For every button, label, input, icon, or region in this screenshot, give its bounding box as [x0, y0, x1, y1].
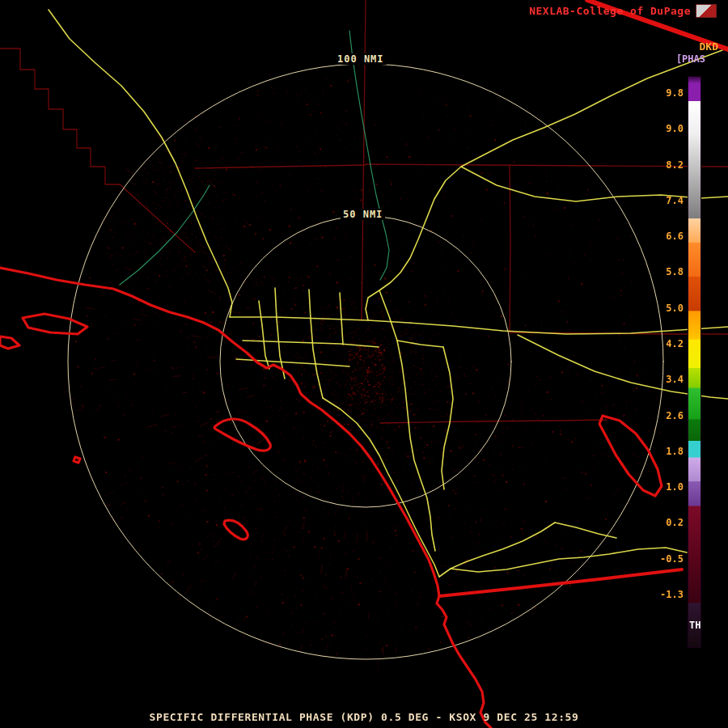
colorbar-tick: -0.5	[660, 553, 684, 565]
island-san-clemente	[224, 520, 248, 540]
river-lines	[120, 31, 389, 285]
islands-west	[23, 314, 87, 334]
colorbar-tick: 9.0	[666, 123, 684, 134]
product-code-label: DKD	[700, 40, 718, 53]
colorbar-tick: 2.6	[666, 410, 684, 421]
colorbar-units-label: [PHAS	[676, 53, 705, 65]
product-status-text: SPECIFIC DIFFERENTIAL PHASE (KDP) 0.5 DE…	[0, 711, 728, 723]
road-lines	[49, 10, 728, 577]
colorbar-tick: 6.6	[666, 231, 684, 242]
coastline	[0, 268, 662, 728]
colorbar-tick: -1.3	[660, 589, 684, 600]
colorbar-tick: 3.4	[666, 374, 684, 385]
mexico-border-line	[439, 569, 682, 596]
range-ring-label-50nmi: 50 NMI	[341, 209, 385, 220]
colorbar-tick: 8.2	[666, 159, 684, 171]
range-ring-label-100nmi: 100 NMI	[335, 53, 387, 65]
threshold-label: TH	[689, 620, 700, 631]
colorbar-tick: 7.4	[666, 195, 684, 206]
colorbar-tick: 9.8	[666, 87, 684, 99]
colorbar-tick: 5.0	[666, 303, 684, 314]
colorbar-tick: 0.2	[666, 517, 684, 528]
colorbar-tick: 5.8	[666, 266, 684, 277]
colorbar-tick: 1.8	[666, 446, 684, 457]
red-overlay-lines	[439, 0, 728, 596]
base-map	[0, 0, 728, 728]
island-catalina	[214, 419, 270, 451]
radar-display: 100 NMI 50 NMI NEXLAB-College of DuPage …	[0, 0, 728, 728]
colorbar	[688, 77, 700, 647]
brand-text: NEXLAB-College of DuPage	[529, 5, 691, 17]
colorbar-tick: 4.2	[666, 338, 684, 349]
salton-sea-outline	[599, 416, 662, 496]
cod-logo-icon	[696, 4, 717, 18]
colorbar-tick: 1.0	[666, 481, 684, 493]
